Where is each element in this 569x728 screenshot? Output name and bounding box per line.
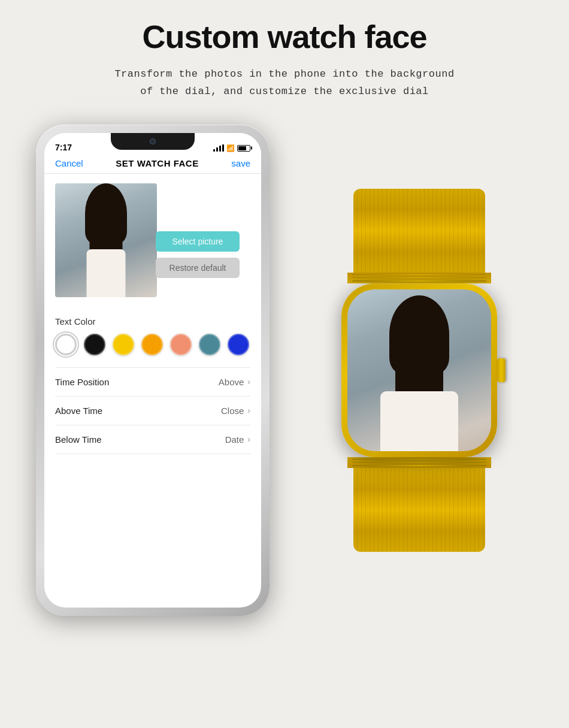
color-dot-salmon[interactable] xyxy=(170,334,192,355)
settings-item-above-time[interactable]: Above Time Close › xyxy=(55,397,250,425)
watch-figure-body xyxy=(380,391,458,451)
above-time-label: Above Time xyxy=(55,406,102,416)
time-position-value: Above › xyxy=(219,377,250,387)
color-dot-yellow[interactable] xyxy=(113,334,134,355)
devices-row: 7:17 📶 xyxy=(0,125,569,616)
watch-body xyxy=(341,283,497,457)
time-position-label: Time Position xyxy=(55,377,109,387)
settings-item-below-time[interactable]: Below Time Date › xyxy=(55,425,250,454)
photo-buttons: Select picture Restore default xyxy=(156,231,240,278)
chevron-icon-3: › xyxy=(247,434,250,444)
smartwatch xyxy=(305,125,533,616)
page-container: Custom watch face Transform the photos i… xyxy=(0,0,569,728)
chevron-icon-2: › xyxy=(247,406,250,415)
above-time-value: Close › xyxy=(221,406,250,416)
watch-connector-top xyxy=(347,273,491,283)
color-dot-black[interactable] xyxy=(84,334,105,355)
select-picture-button[interactable]: Select picture xyxy=(156,231,240,252)
page-subtitle: Transform the photos in the phone into t… xyxy=(114,66,454,101)
notch-camera xyxy=(150,138,156,144)
wifi-icon: 📶 xyxy=(226,144,235,152)
text-color-label: Text Color xyxy=(55,316,250,327)
chevron-icon: › xyxy=(247,377,250,386)
save-button[interactable]: save xyxy=(231,158,250,168)
watch-band-top xyxy=(353,189,485,273)
app-title: SET WATCH FACE xyxy=(116,158,198,168)
color-dot-blue[interactable] xyxy=(228,334,249,355)
below-time-label: Below Time xyxy=(55,434,102,445)
status-icons: 📶 xyxy=(213,144,250,152)
page-title: Custom watch face xyxy=(142,18,426,55)
color-dot-teal[interactable] xyxy=(199,334,220,355)
phone-screen: 7:17 📶 xyxy=(44,133,261,608)
color-dots-row xyxy=(55,334,250,355)
settings-item-time-position[interactable]: Time Position Above › xyxy=(55,368,250,397)
phone: 7:17 📶 xyxy=(36,125,270,616)
signal-icon xyxy=(213,144,224,152)
watch-band-bottom xyxy=(353,468,485,552)
battery-icon xyxy=(237,145,250,152)
status-time: 7:17 xyxy=(55,143,72,152)
watch-screen xyxy=(347,289,491,451)
watch-crown xyxy=(497,358,506,382)
color-dot-orange[interactable] xyxy=(141,334,163,355)
figure-body xyxy=(87,249,126,297)
color-dot-white[interactable] xyxy=(55,334,77,355)
watch-connector-bottom xyxy=(347,457,491,468)
app-content: Select picture Restore default Text Colo… xyxy=(44,174,261,464)
phone-notch xyxy=(111,133,195,150)
app-header: Cancel SET WATCH FACE save xyxy=(44,155,261,174)
below-time-value: Date › xyxy=(225,434,250,445)
photo-preview xyxy=(55,183,157,297)
cancel-button[interactable]: Cancel xyxy=(55,158,83,168)
settings-list: Time Position Above › Above Time Close › xyxy=(55,367,250,454)
watch-figure-hair xyxy=(389,295,449,373)
figure-hair xyxy=(85,183,127,243)
restore-default-button[interactable]: Restore default xyxy=(156,258,240,278)
